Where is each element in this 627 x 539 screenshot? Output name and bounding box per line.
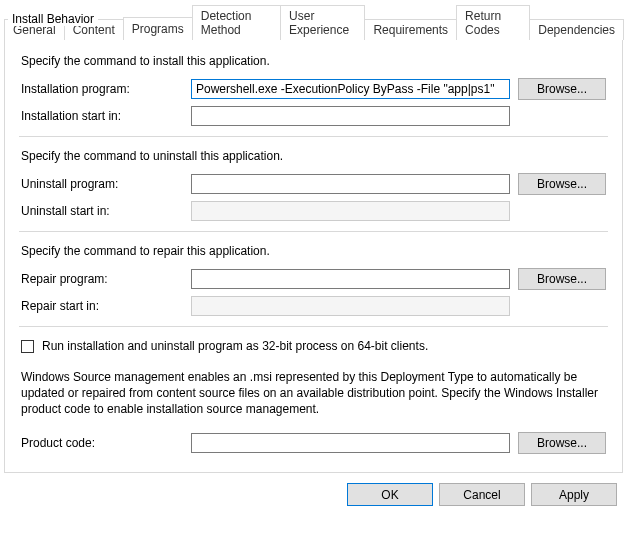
run-as-32bit-label: Run installation and uninstall program a… [42,339,428,353]
divider [19,326,608,327]
repair-program-label: Repair program: [21,272,191,286]
install-startin-label: Installation start in: [21,109,191,123]
uninstall-program-input[interactable] [191,174,510,194]
msi-info-text: Windows Source management enables an .ms… [21,369,606,418]
repair-program-input[interactable] [191,269,510,289]
product-code-label: Product code: [21,436,191,450]
apply-button[interactable]: Apply [531,483,617,506]
cancel-button[interactable]: Cancel [439,483,525,506]
install-startin-input[interactable] [191,106,510,126]
dialog-footer: OK Cancel Apply [0,473,627,514]
tab-return-codes[interactable]: Return Codes [456,5,530,40]
tab-user-experience[interactable]: User Experience [280,5,365,40]
uninstall-program-browse-button[interactable]: Browse... [518,173,606,195]
install-heading: Specify the command to install this appl… [21,54,606,68]
repair-heading: Specify the command to repair this appli… [21,244,606,258]
programs-panel: Specify the command to install this appl… [4,39,623,473]
tab-requirements[interactable]: Requirements [364,19,457,40]
uninstall-startin-input [191,201,510,221]
repair-startin-input [191,296,510,316]
group-title: Install Behavior [8,12,98,26]
install-program-input[interactable] [191,79,510,99]
tab-dependencies[interactable]: Dependencies [529,19,624,40]
product-code-input[interactable] [191,433,510,453]
tab-detection-method[interactable]: Detection Method [192,5,281,40]
uninstall-heading: Specify the command to uninstall this ap… [21,149,606,163]
uninstall-program-label: Uninstall program: [21,177,191,191]
divider [19,231,608,232]
repair-program-browse-button[interactable]: Browse... [518,268,606,290]
run-as-32bit-row[interactable]: Run installation and uninstall program a… [21,339,606,353]
uninstall-startin-label: Uninstall start in: [21,204,191,218]
ok-button[interactable]: OK [347,483,433,506]
install-behavior-group: Install Behavior General Content Program… [4,4,623,473]
run-as-32bit-checkbox[interactable] [21,340,34,353]
product-code-browse-button[interactable]: Browse... [518,432,606,454]
tab-programs[interactable]: Programs [123,17,193,40]
divider [19,136,608,137]
install-program-browse-button[interactable]: Browse... [518,78,606,100]
repair-startin-label: Repair start in: [21,299,191,313]
install-program-label: Installation program: [21,82,191,96]
